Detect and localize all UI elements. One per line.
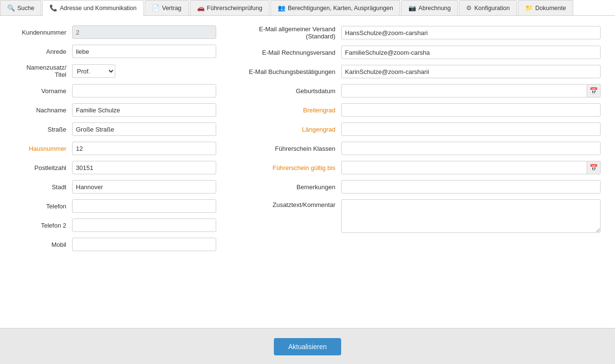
input-fuehrerschein-klassen[interactable] bbox=[341, 142, 601, 155]
label-postleitzahl: Postleitzahl bbox=[14, 164, 72, 171]
input-kundennummer[interactable] bbox=[72, 25, 216, 39]
label-kundennummer: Kundennummer bbox=[14, 29, 72, 36]
label-stadt: Stadt bbox=[14, 183, 72, 191]
input-strasse[interactable] bbox=[72, 122, 216, 136]
form-left: Kundennummer Anrede Namenzusatz/ Titel P… bbox=[14, 25, 216, 257]
row-nachname: Nachname bbox=[14, 103, 216, 117]
tab-suche-label: Suche bbox=[17, 5, 34, 12]
row-email-allgemein: E-Mail allgemeiner Versand (Standard) bbox=[245, 25, 601, 40]
row-postleitzahl: Postleitzahl bbox=[14, 161, 216, 174]
label-email-allgemein: E-Mail allgemeiner Versand (Standard) bbox=[245, 25, 341, 40]
label-namenzusatz: Namenzusatz/ Titel bbox=[14, 64, 72, 78]
tab-fuehrerschein[interactable]: 🚗 Führerscheinprüfung bbox=[190, 0, 270, 15]
tab-adresse[interactable]: 📞 Adresse und Kommunikation bbox=[42, 0, 144, 16]
input-telefon[interactable] bbox=[72, 199, 216, 213]
form-container: Kundennummer Anrede Namenzusatz/ Titel P… bbox=[14, 25, 601, 257]
textarea-zusatztext[interactable] bbox=[341, 199, 601, 233]
input-laengengrad[interactable] bbox=[341, 122, 601, 136]
label-hausnummer: Hausnummer bbox=[14, 145, 72, 152]
geburtsdatum-input-group: 📅 bbox=[341, 84, 601, 97]
row-geburtsdatum: Geburtsdatum 📅 bbox=[245, 84, 601, 97]
row-laengengrad: Längengrad bbox=[245, 122, 601, 136]
document-icon: 📄 bbox=[152, 4, 160, 12]
row-breitengrad: Breitengrad bbox=[245, 103, 601, 117]
main-content: Kundennummer Anrede Namenzusatz/ Titel P… bbox=[0, 16, 615, 328]
users-icon: 👥 bbox=[278, 4, 285, 12]
tab-bar: 🔍 Suche 📞 Adresse und Kommunikation 📄 Ve… bbox=[0, 0, 615, 16]
input-breitengrad[interactable] bbox=[341, 103, 601, 117]
update-button[interactable]: Aktualisieren bbox=[274, 338, 341, 355]
tab-konfiguration[interactable]: ⚙ Konfiguration bbox=[459, 0, 517, 15]
label-email-buchung: E-Mail Buchungsbestätigungen bbox=[245, 68, 341, 75]
tab-dokumente[interactable]: 📁 Dokumente bbox=[518, 0, 573, 15]
label-geburtsdatum: Geburtsdatum bbox=[245, 87, 341, 95]
label-telefon: Telefon bbox=[14, 203, 72, 210]
tab-vertrag-label: Vertrag bbox=[162, 5, 181, 12]
input-email-buchung[interactable] bbox=[341, 65, 601, 78]
input-telefon2[interactable] bbox=[72, 218, 216, 232]
row-kundennummer: Kundennummer bbox=[14, 25, 216, 39]
tab-suche[interactable]: 🔍 Suche bbox=[0, 0, 41, 15]
folder-icon: 📁 bbox=[525, 4, 533, 12]
tab-vertrag[interactable]: 📄 Vertrag bbox=[145, 0, 188, 15]
row-vorname: Vorname bbox=[14, 84, 216, 97]
tab-adresse-label: Adresse und Kommunikation bbox=[60, 5, 136, 12]
row-telefon: Telefon bbox=[14, 199, 216, 213]
row-strasse: Straße bbox=[14, 122, 216, 136]
tab-abrechnung-label: Abrechnung bbox=[418, 5, 451, 12]
footer: Aktualisieren bbox=[0, 328, 615, 364]
label-mobil: Mobil bbox=[14, 241, 72, 248]
tab-berechtigungen[interactable]: 👥 Berechtigungen, Karten, Ausprägungen bbox=[271, 0, 400, 15]
label-breitengrad: Breitengrad bbox=[245, 107, 341, 114]
camera-icon: 📷 bbox=[408, 4, 416, 12]
input-nachname[interactable] bbox=[72, 103, 216, 117]
row-stadt: Stadt bbox=[14, 180, 216, 194]
fuehrerschein-calendar-button[interactable]: 📅 bbox=[587, 161, 601, 174]
search-icon: 🔍 bbox=[7, 4, 15, 12]
input-geburtsdatum[interactable] bbox=[341, 84, 587, 97]
label-strasse: Straße bbox=[14, 126, 72, 133]
label-fuehrerschein-klassen: Führerschein Klassen bbox=[245, 145, 341, 152]
select-namenzusatz[interactable]: Prof. Dr. Prof. Dr. Dipl. Ing. bbox=[72, 64, 115, 78]
input-email-allgemein[interactable] bbox=[341, 26, 601, 39]
input-anrede[interactable] bbox=[72, 45, 216, 58]
row-mobil: Mobil bbox=[14, 238, 216, 251]
input-fuehrerschein-gueltig[interactable] bbox=[341, 161, 587, 174]
input-hausnummer[interactable] bbox=[72, 142, 216, 155]
label-vorname: Vorname bbox=[14, 87, 72, 95]
input-mobil[interactable] bbox=[72, 238, 216, 251]
label-anrede: Anrede bbox=[14, 48, 72, 55]
tab-berechtigungen-label: Berechtigungen, Karten, Ausprägungen bbox=[288, 5, 393, 12]
input-vorname[interactable] bbox=[72, 84, 216, 97]
tab-fuehrerschein-label: Führerscheinprüfung bbox=[207, 5, 262, 12]
row-namenzusatz: Namenzusatz/ Titel Prof. Dr. Prof. Dr. D… bbox=[14, 64, 216, 78]
row-fuehrerschein-gueltig: Führerschein gültig bis 📅 bbox=[245, 161, 601, 174]
row-fuehrerschein-klassen: Führerschein Klassen bbox=[245, 142, 601, 155]
phone-icon: 📞 bbox=[49, 4, 57, 12]
input-email-rechnung[interactable] bbox=[341, 46, 601, 59]
input-stadt[interactable] bbox=[72, 180, 216, 194]
row-telefon2: Telefon 2 bbox=[14, 218, 216, 232]
row-email-buchung: E-Mail Buchungsbestätigungen bbox=[245, 65, 601, 78]
label-zusatztext: Zusatztext/Kommentar bbox=[245, 199, 341, 208]
label-email-rechnung: E-Mail Rechnungsversand bbox=[245, 49, 341, 56]
label-nachname: Nachname bbox=[14, 107, 72, 114]
tab-dokumente-label: Dokumente bbox=[535, 5, 566, 12]
geburtsdatum-calendar-button[interactable]: 📅 bbox=[587, 84, 601, 97]
label-bemerkungen: Bemerkungen bbox=[245, 183, 341, 191]
label-laengengrad: Längengrad bbox=[245, 126, 341, 133]
row-hausnummer: Hausnummer bbox=[14, 142, 216, 155]
row-anrede: Anrede bbox=[14, 45, 216, 58]
label-telefon2: Telefon 2 bbox=[14, 222, 72, 229]
input-bemerkungen[interactable] bbox=[341, 180, 601, 194]
fuehrerschein-input-group: 📅 bbox=[341, 161, 601, 174]
label-fuehrerschein-gueltig: Führerschein gültig bis bbox=[245, 164, 341, 171]
form-right: E-Mail allgemeiner Versand (Standard) E-… bbox=[245, 25, 601, 257]
row-bemerkungen: Bemerkungen bbox=[245, 180, 601, 194]
tab-konfiguration-label: Konfiguration bbox=[474, 5, 510, 12]
row-zusatztext: Zusatztext/Kommentar bbox=[245, 199, 601, 233]
tab-abrechnung[interactable]: 📷 Abrechnung bbox=[401, 0, 458, 15]
row-email-rechnung: E-Mail Rechnungsversand bbox=[245, 46, 601, 59]
input-postleitzahl[interactable] bbox=[72, 161, 216, 174]
car-icon: 🚗 bbox=[197, 4, 205, 12]
